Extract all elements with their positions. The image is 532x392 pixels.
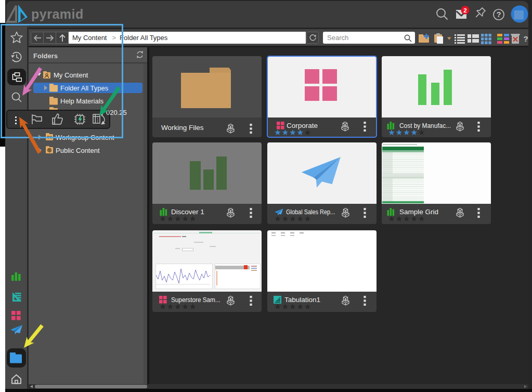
svg-text:2: 2: [463, 7, 466, 14]
